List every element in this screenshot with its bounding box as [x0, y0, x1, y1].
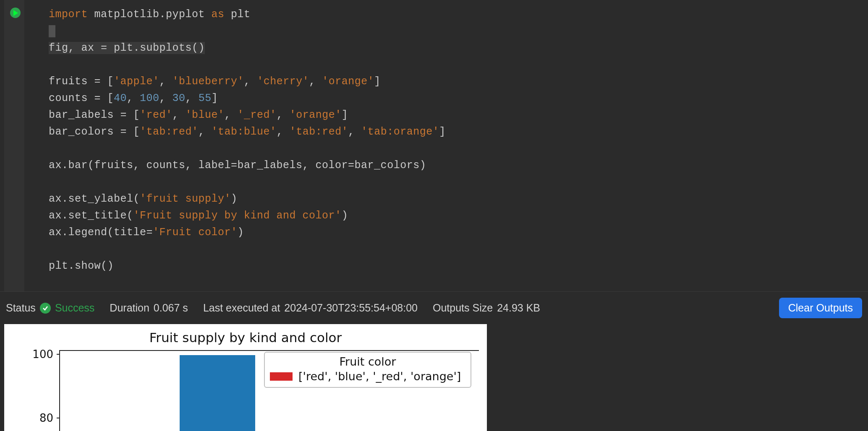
legend-swatch-icon: [270, 372, 293, 381]
code-cell: import matplotlib.pyplot as plt fig, ax …: [0, 0, 868, 291]
code-cell-gutter: [0, 0, 46, 291]
ytick-100: 100: [32, 348, 53, 361]
duration-label: Duration: [110, 302, 149, 314]
bar-blueberry: [180, 355, 255, 431]
last-executed-label: Last executed at: [203, 302, 280, 314]
chart-legend: Fruit color ['red', 'blue', '_red', 'ora…: [264, 352, 471, 388]
outputs-size-value: 24.93 KB: [497, 302, 540, 314]
clear-outputs-button[interactable]: Clear Outputs: [779, 298, 862, 318]
legend-entry-label: ['red', 'blue', '_red', 'orange']: [298, 370, 461, 383]
status-bar: Status Success Duration 0.067 s Last exe…: [0, 291, 868, 324]
outputs-size-label: Outputs Size: [433, 302, 493, 314]
chart-output: Fruit supply by kind and color 100 80 Fr…: [4, 324, 487, 431]
status-value: Success: [40, 302, 94, 314]
chart-title: Fruit supply by kind and color: [4, 330, 487, 345]
last-executed-value: 2024-07-30T23:55:54+08:00: [284, 302, 418, 314]
code-editor[interactable]: import matplotlib.pyplot as plt fig, ax …: [46, 0, 868, 291]
status-label: Status: [6, 302, 36, 314]
run-cell-button[interactable]: [10, 8, 21, 18]
svg-marker-0: [13, 10, 18, 16]
success-check-icon: [40, 303, 51, 314]
legend-entry: ['red', 'blue', '_red', 'orange']: [270, 370, 465, 383]
output-area: Fruit supply by kind and color 100 80 Fr…: [0, 324, 868, 431]
duration-value: 0.067 s: [154, 302, 188, 314]
ytick-80: 80: [39, 412, 53, 424]
legend-title: Fruit color: [270, 355, 465, 368]
